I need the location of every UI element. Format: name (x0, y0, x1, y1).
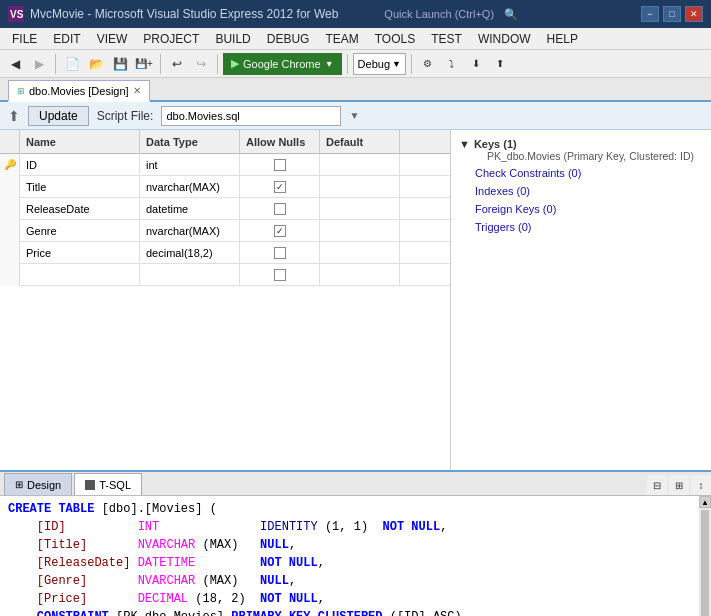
update-icon: ⬆ (8, 108, 20, 124)
checkbox-releasedate-nulls[interactable] (274, 203, 286, 215)
row-type-title[interactable]: nvarchar(MAX) (140, 176, 240, 198)
sql-line-3: [Title] NVARCHAR (MAX) NULL, (8, 536, 691, 554)
sql-editor[interactable]: CREATE TABLE [dbo].[Movies] ( [ID] INT I… (0, 496, 711, 616)
menu-debug[interactable]: DEBUG (259, 30, 318, 48)
table-row[interactable]: Price decimal(18,2) (0, 242, 450, 264)
redo-button[interactable]: ↪ (190, 53, 212, 75)
sql-line-4: [ReleaseDate] DATETIME NOT NULL, (8, 554, 691, 572)
row-name-title[interactable]: Title (20, 176, 140, 198)
menu-file[interactable]: FILE (4, 30, 45, 48)
row-default-title[interactable] (320, 176, 400, 198)
attach-button[interactable]: ⚙ (417, 53, 439, 75)
undo-button[interactable]: ↩ (166, 53, 188, 75)
row-type-releasedate[interactable]: datetime (140, 198, 240, 220)
col-header-datatype: Data Type (140, 130, 240, 154)
design-tab-icon: ⊞ (15, 479, 23, 490)
script-file-input[interactable] (161, 106, 341, 126)
sql-scrollbar: ▲ ▼ (699, 496, 711, 616)
tab-design[interactable]: ⊞ Design (4, 473, 72, 495)
sql-line-2: [ID] INT IDENTITY (1, 1) NOT NULL, (8, 518, 691, 536)
save-all-button[interactable]: 💾+ (133, 53, 155, 75)
minimize-button[interactable]: − (641, 6, 659, 22)
scroll-thumb[interactable] (701, 510, 709, 616)
tsql-tab-label: T-SQL (99, 479, 131, 491)
indexes-item[interactable]: Indexes (0) (459, 184, 703, 198)
new-file-button[interactable]: 📄 (61, 53, 83, 75)
debug-dropdown[interactable]: Debug ▼ (353, 53, 406, 75)
close-button[interactable]: ✕ (685, 6, 703, 22)
table-row[interactable] (0, 264, 450, 286)
checkbox-id-nulls[interactable] (274, 159, 286, 171)
table-row[interactable]: Title nvarchar(MAX) (0, 176, 450, 198)
menu-tools[interactable]: TOOLS (367, 30, 423, 48)
menu-project[interactable]: PROJECT (135, 30, 207, 48)
row-default-releasedate[interactable] (320, 198, 400, 220)
row-type-id[interactable]: int (140, 154, 240, 176)
row-nulls-releasedate[interactable] (240, 198, 320, 220)
maximize-button[interactable]: □ (663, 6, 681, 22)
checkbox-title-nulls[interactable] (274, 181, 286, 193)
run-label: Google Chrome (243, 58, 321, 70)
menu-window[interactable]: WINDOW (470, 30, 539, 48)
row-indicator-empty (0, 264, 20, 286)
save-button[interactable]: 💾 (109, 53, 131, 75)
search-icon[interactable]: 🔍 (504, 8, 518, 21)
keys-header[interactable]: ▼ Keys (1) (459, 138, 703, 150)
row-name-empty[interactable] (20, 264, 140, 286)
menu-build[interactable]: BUILD (207, 30, 258, 48)
row-type-empty[interactable] (140, 264, 240, 286)
row-nulls-title[interactable] (240, 176, 320, 198)
back-button[interactable]: ◀ (4, 53, 26, 75)
scroll-up-button[interactable]: ▲ (699, 496, 711, 508)
col-header-name: Name (20, 130, 140, 154)
menu-edit[interactable]: EDIT (45, 30, 88, 48)
menu-team[interactable]: TEAM (317, 30, 366, 48)
menu-view[interactable]: VIEW (89, 30, 136, 48)
menu-help[interactable]: HELP (539, 30, 586, 48)
script-dropdown-icon[interactable]: ▼ (349, 110, 359, 121)
run-dropdown-icon[interactable]: ▼ (325, 59, 334, 69)
doc-tab-design[interactable]: ⊞ dbo.Movies [Design] ✕ (8, 80, 150, 102)
panel-layout-button[interactable]: ⊞ (669, 475, 689, 495)
checkbox-genre-nulls[interactable] (274, 225, 286, 237)
row-name-releasedate[interactable]: ReleaseDate (20, 198, 140, 220)
triggers-item[interactable]: Triggers (0) (459, 220, 703, 234)
split-view-button[interactable]: ⊟ (647, 475, 667, 495)
row-default-price[interactable] (320, 242, 400, 264)
checkbox-price-nulls[interactable] (274, 247, 286, 259)
table-row[interactable]: ReleaseDate datetime (0, 198, 450, 220)
step-over-button[interactable]: ⤵ (441, 53, 463, 75)
row-default-id[interactable] (320, 154, 400, 176)
row-type-genre[interactable]: nvarchar(MAX) (140, 220, 240, 242)
row-indicator-releasedate (0, 198, 20, 220)
update-button[interactable]: Update (28, 106, 89, 126)
open-file-button[interactable]: 📂 (85, 53, 107, 75)
table-row[interactable]: 🔑 ID int (0, 154, 450, 176)
maximize-panel-button[interactable]: ↕ (691, 475, 711, 495)
row-nulls-empty[interactable] (240, 264, 320, 286)
foreign-keys-item[interactable]: Foreign Keys (0) (459, 202, 703, 216)
row-type-price[interactable]: decimal(18,2) (140, 242, 240, 264)
row-default-genre[interactable] (320, 220, 400, 242)
menu-test[interactable]: TEST (423, 30, 470, 48)
row-name-genre[interactable]: Genre (20, 220, 140, 242)
tab-tsql[interactable]: T-SQL (74, 473, 142, 495)
row-nulls-genre[interactable] (240, 220, 320, 242)
row-nulls-price[interactable] (240, 242, 320, 264)
checkbox-empty-nulls[interactable] (274, 269, 286, 281)
row-indicator-genre (0, 220, 20, 242)
sql-line-6: [Price] DECIMAL (18, 2) NOT NULL, (8, 590, 691, 608)
check-constraints-item[interactable]: Check Constraints (0) (459, 166, 703, 180)
doc-tab-close-button[interactable]: ✕ (133, 85, 141, 96)
forward-button[interactable]: ▶ (28, 53, 50, 75)
row-name-price[interactable]: Price (20, 242, 140, 264)
step-out-button[interactable]: ⬆ (489, 53, 511, 75)
row-nulls-id[interactable] (240, 154, 320, 176)
step-into-button[interactable]: ⬇ (465, 53, 487, 75)
column-headers: Name Data Type Allow Nulls Default (0, 130, 450, 154)
row-default-empty[interactable] (320, 264, 400, 286)
debug-dropdown-icon: ▼ (392, 59, 401, 69)
run-button[interactable]: ▶ Google Chrome ▼ (223, 53, 342, 75)
row-name-id[interactable]: ID (20, 154, 140, 176)
table-row[interactable]: Genre nvarchar(MAX) (0, 220, 450, 242)
